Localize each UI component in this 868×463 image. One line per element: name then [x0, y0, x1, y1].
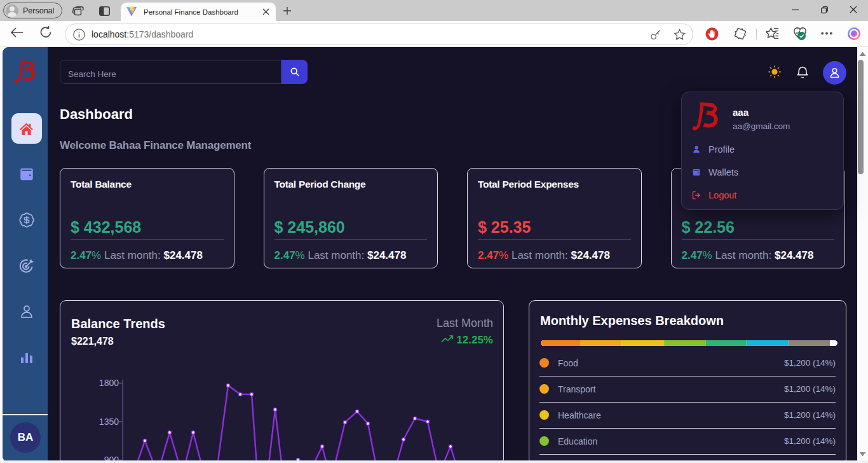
- svg-text:1350: 1350: [99, 417, 119, 427]
- svg-text:1800: 1800: [99, 378, 119, 388]
